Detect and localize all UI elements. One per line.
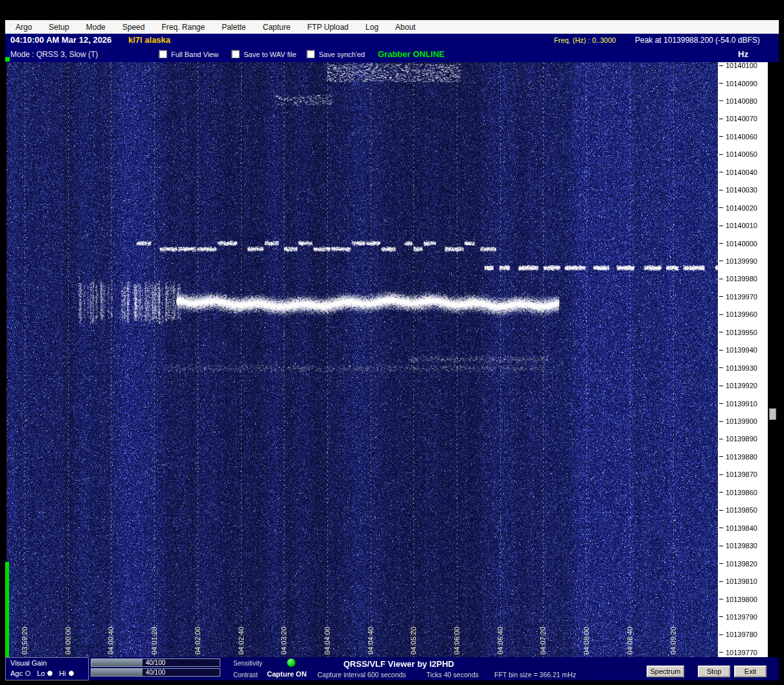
save-synched-checkbox[interactable] — [306, 50, 315, 58]
scrollbar-thumb[interactable] — [769, 408, 776, 420]
tick-mark — [719, 421, 723, 422]
frequency-label: 10140080 — [726, 97, 757, 105]
frequency-scale-row: 10140100 — [719, 62, 757, 70]
tick-mark — [719, 154, 723, 155]
frequency-label: 10139880 — [726, 453, 757, 461]
sensitivity-value: 40/100 — [91, 659, 220, 666]
menu-item[interactable]: Log — [365, 23, 378, 32]
frequency-label: 10139920 — [726, 382, 757, 389]
menu-item[interactable]: Mode — [86, 23, 106, 32]
frequency-scale-row: 10140010 — [719, 221, 757, 230]
mode-bar: Mode : QRSS 3, Slow (T) Full Band View S… — [5, 47, 779, 62]
frequency-scale-row: 10139890 — [719, 434, 757, 443]
frequency-label: 10140060 — [726, 133, 757, 141]
frequency-scale-row: 10139930 — [719, 364, 757, 373]
frequency-scale-row: 10140070 — [719, 114, 757, 123]
tick-mark — [719, 243, 723, 244]
frequency-scale-row: 10139870 — [719, 470, 757, 479]
menu-item[interactable]: Freq. Range — [161, 23, 205, 32]
frequency-label: 10139930 — [726, 364, 757, 372]
tick-mark — [719, 65, 723, 66]
hi-radio[interactable] — [69, 671, 74, 676]
save-wav-checkbox-group[interactable]: Save to WAV file — [231, 50, 296, 58]
mode-label: Mode : QRSS 3, Slow (T) — [10, 50, 98, 59]
frequency-scale-row: 10140030 — [719, 185, 757, 194]
capture-led-icon — [287, 658, 295, 667]
agc-radio[interactable] — [25, 671, 30, 676]
frequency-label: 10140050 — [726, 150, 757, 158]
frequency-label: 10139780 — [726, 631, 757, 638]
tick-mark — [719, 296, 723, 297]
exit-button[interactable]: Exit — [734, 666, 767, 677]
frequency-label: 10140090 — [726, 80, 757, 87]
tick-mark — [719, 350, 723, 351]
menu-item[interactable]: Palette — [222, 23, 246, 32]
ticks-info-label: Ticks 40 seconds — [426, 671, 479, 679]
tick-mark — [719, 492, 723, 493]
level-indicator-square — [5, 57, 10, 62]
menu-item[interactable]: Capture — [263, 23, 291, 32]
frequency-label: 10139800 — [726, 596, 757, 603]
tick-mark — [719, 207, 723, 208]
tick-mark — [719, 279, 723, 279]
frequency-label: 10139770 — [726, 649, 757, 656]
full-band-view-checkbox[interactable] — [159, 50, 167, 58]
tick-mark — [719, 599, 723, 599]
frequency-scale-row: 10139820 — [719, 559, 757, 568]
full-band-view-checkbox-group[interactable]: Full Band View — [159, 50, 218, 58]
spectrogram-canvas[interactable] — [6, 62, 718, 657]
contrast-slider[interactable]: 40/100 — [91, 668, 220, 677]
tick-mark — [719, 652, 723, 653]
frequency-label: 10139830 — [726, 542, 757, 550]
frequency-label: 10139990 — [726, 257, 757, 265]
tick-mark — [719, 136, 723, 137]
frequency-label: 10140040 — [726, 168, 757, 176]
frequency-label: 10140000 — [726, 240, 757, 248]
spectrogram[interactable]: 03:59:20 04:00:00 04:00:40 04:01:20 04:0… — [6, 62, 718, 657]
sensitivity-slider[interactable]: 40/100 — [91, 658, 220, 667]
frequency-scale-row: 10139840 — [719, 524, 757, 533]
frequency-scale: 10140100 10140090 10140080 10140070 1014… — [718, 62, 768, 657]
stop-button[interactable]: Stop — [698, 666, 730, 677]
capture-interval-label: Capture interval 600 seconds — [317, 671, 406, 679]
tick-mark — [719, 456, 723, 457]
tick-mark — [719, 439, 723, 439]
save-wav-checkbox[interactable] — [231, 50, 240, 58]
menu-item[interactable]: Speed — [122, 23, 145, 32]
tick-mark — [719, 332, 723, 332]
fft-bin-size-label: FFT bin size = 366.21 mHz — [494, 671, 576, 679]
input-level-bar — [5, 562, 9, 657]
tick-mark — [719, 474, 723, 475]
menu-item[interactable]: About — [395, 23, 415, 32]
frequency-scale-row: 10139790 — [719, 612, 757, 621]
frequency-scale-row: 10139770 — [719, 648, 757, 657]
lo-radio[interactable] — [47, 671, 52, 676]
contrast-label: Contrast — [233, 671, 258, 679]
tick-mark — [719, 226, 723, 226]
frequency-label: 10140030 — [726, 186, 757, 194]
save-synched-checkbox-group[interactable]: Save synch'ed — [306, 50, 365, 58]
frequency-label: 10139960 — [726, 310, 757, 318]
frequency-label: 10139870 — [726, 470, 757, 478]
frequency-scale-row: 10139860 — [719, 488, 757, 497]
tick-mark — [719, 261, 723, 261]
freq-range-label: Freq. (Hz) : 0..3000 — [554, 36, 616, 44]
hi-label: Hi — [59, 669, 65, 677]
frequency-label: 10139950 — [726, 329, 757, 336]
menu-item[interactable]: Setup — [49, 23, 69, 32]
contrast-value: 40/100 — [91, 669, 220, 676]
frequency-scale-row: 10140050 — [719, 150, 757, 159]
grabber-online-status: Grabber ONLINE — [378, 49, 444, 59]
frequency-scale-row: 10139810 — [719, 577, 757, 586]
tick-mark — [719, 581, 723, 582]
tick-mark — [719, 172, 723, 172]
spectrum-button[interactable]: Spectrum — [647, 666, 684, 677]
frequency-label: 10139890 — [726, 435, 757, 443]
frequency-scale-row: 10140080 — [719, 97, 757, 106]
lo-label: Lo — [37, 669, 45, 677]
frequency-scale-row: 10139830 — [719, 541, 757, 550]
frequency-label: 10139820 — [726, 560, 757, 568]
menu-item[interactable]: Argo — [16, 23, 32, 32]
frequency-label: 10139940 — [726, 346, 757, 354]
menu-item[interactable]: FTP Upload — [307, 23, 349, 32]
